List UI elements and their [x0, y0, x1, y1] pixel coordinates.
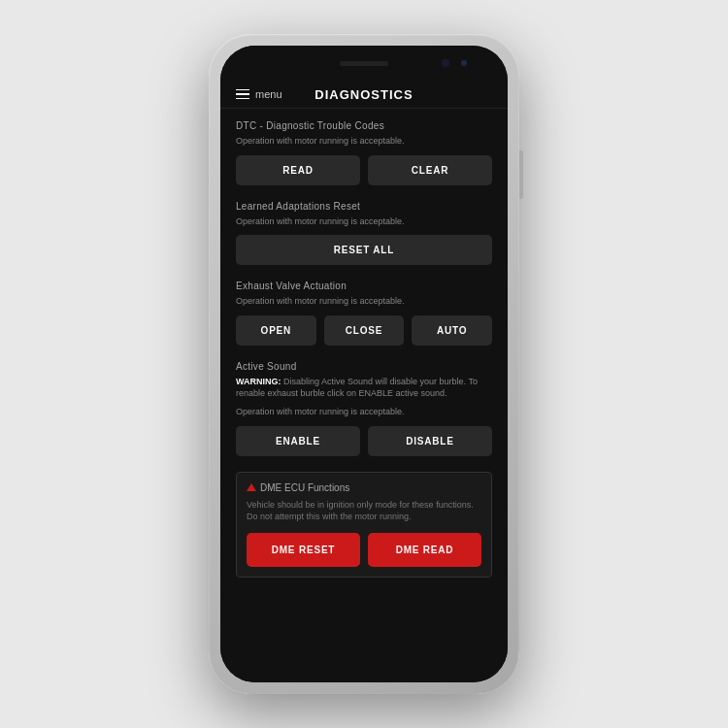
phone-notch	[220, 46, 508, 81]
phone-device: menu DIAGNOSTICS DTC - Diagnostic Troubl…	[209, 34, 519, 694]
power-button[interactable]	[519, 150, 523, 199]
dtc-section: DTC - Diagnostic Trouble Codes Operation…	[236, 120, 492, 185]
speaker	[340, 61, 388, 66]
dme-title-label: DME ECU Functions	[260, 482, 349, 493]
warning-triangle-icon	[247, 483, 256, 491]
app-header: menu DIAGNOSTICS	[220, 81, 508, 109]
page-title: DIAGNOSTICS	[314, 87, 413, 102]
active-sound-title: Active Sound	[236, 361, 492, 372]
exhaust-description: Operation with motor running is acceptab…	[236, 295, 492, 308]
read-button[interactable]: READ	[236, 155, 360, 185]
reset-all-button[interactable]: RESET ALL	[236, 235, 492, 265]
exhaust-section: Exhaust Valve Actuation Operation with m…	[236, 281, 492, 346]
dtc-description: Operation with motor running is acceptab…	[236, 135, 492, 148]
exhaust-button-row: OPEN CLOSE AUTO	[236, 315, 492, 346]
camera	[442, 59, 449, 67]
dme-reset-button[interactable]: DME RESET	[247, 533, 360, 567]
clear-button[interactable]: CLEAR	[368, 155, 492, 185]
active-sound-description: Operation with motor running is acceptab…	[236, 406, 492, 418]
disable-button[interactable]: DISABLE	[368, 426, 492, 456]
content-area: DTC - Diagnostic Trouble Codes Operation…	[220, 109, 508, 597]
dme-read-button[interactable]: DME READ	[368, 533, 481, 567]
active-sound-section: Active Sound WARNING: Disabling Active S…	[236, 361, 492, 456]
dme-section: DME ECU Functions Vehicle should be in i…	[236, 472, 492, 578]
main-screen: DTC - Diagnostic Trouble Codes Operation…	[220, 109, 508, 682]
learned-description: Operation with motor running is acceptab…	[236, 215, 492, 228]
dme-button-row: DME RESET DME READ	[247, 533, 481, 567]
front-camera	[461, 60, 467, 66]
dtc-title: DTC - Diagnostic Trouble Codes	[236, 120, 492, 131]
enable-button[interactable]: ENABLE	[236, 426, 360, 456]
menu-label[interactable]: menu	[255, 88, 282, 100]
hamburger-icon[interactable]	[236, 89, 249, 100]
exhaust-title: Exhaust Valve Actuation	[236, 281, 492, 291]
auto-button[interactable]: AUTO	[412, 315, 492, 346]
active-sound-button-row: ENABLE DISABLE	[236, 426, 492, 456]
dtc-button-row: READ CLEAR	[236, 155, 492, 185]
dme-title-row: DME ECU Functions	[247, 482, 481, 493]
warning-text: WARNING: Disabling Active Sound will dis…	[236, 376, 492, 400]
learned-title: Learned Adaptations Reset	[236, 201, 492, 212]
close-button[interactable]: CLOSE	[324, 315, 405, 346]
phone-screen: menu DIAGNOSTICS DTC - Diagnostic Troubl…	[220, 46, 508, 682]
warning-label: WARNING:	[236, 377, 281, 386]
learned-section: Learned Adaptations Reset Operation with…	[236, 201, 492, 266]
open-button[interactable]: OPEN	[236, 315, 316, 346]
dme-description: Vehicle should be in ignition only mode …	[247, 499, 481, 523]
